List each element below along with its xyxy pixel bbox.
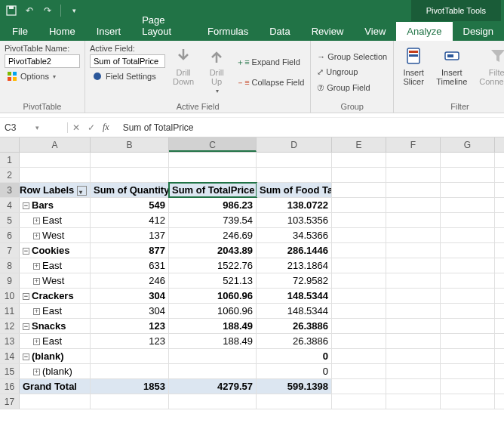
row-header[interactable]: 2 — [0, 168, 20, 182]
cell-value[interactable]: 103.5356 — [257, 213, 332, 227]
cell[interactable] — [91, 168, 169, 182]
cell-value[interactable]: 0 — [257, 364, 332, 378]
collapse-icon[interactable]: − — [23, 293, 29, 300]
drill-up-button[interactable]: Drill Up — [201, 44, 232, 100]
tab-formulas[interactable]: Formulas — [197, 22, 259, 41]
cell-value[interactable]: 138.0722 — [257, 198, 332, 212]
cell[interactable] — [332, 198, 386, 212]
cell[interactable] — [257, 168, 332, 182]
cell[interactable] — [332, 364, 386, 378]
cell[interactable] — [386, 273, 441, 288]
cell-grand-tax[interactable]: 599.1398 — [257, 379, 332, 394]
col-header-F[interactable]: F — [386, 137, 441, 152]
cell[interactable] — [332, 183, 386, 197]
row-header[interactable]: 7 — [0, 243, 20, 258]
cell-value[interactable]: 304 — [91, 304, 169, 318]
cell[interactable] — [441, 168, 495, 182]
row-header[interactable]: 3 — [0, 183, 20, 197]
cell-value[interactable] — [169, 349, 257, 363]
cell[interactable] — [441, 153, 495, 167]
col-header-C[interactable]: C — [169, 137, 257, 152]
cell[interactable] — [441, 394, 495, 409]
tab-insert[interactable]: Insert — [86, 22, 132, 41]
expand-icon[interactable]: + — [33, 218, 40, 224]
cell[interactable] — [169, 394, 257, 409]
cell[interactable] — [169, 153, 257, 167]
cell-value[interactable]: 0 — [257, 349, 332, 363]
cell[interactable] — [386, 379, 441, 394]
cell[interactable] — [386, 243, 441, 258]
cell[interactable] — [386, 198, 441, 212]
cell-label[interactable]: −Bars — [20, 198, 91, 212]
row-header[interactable]: 9 — [0, 273, 20, 288]
cell-label[interactable]: −Crackers — [20, 289, 91, 303]
group-selection-button[interactable]: → Group Selection — [315, 51, 389, 62]
filter-connections-button[interactable]: Filter Connectio — [475, 44, 504, 100]
cell[interactable] — [441, 289, 495, 303]
cell[interactable] — [386, 213, 441, 227]
row-header[interactable]: 17 — [0, 394, 20, 409]
tab-data[interactable]: Data — [259, 22, 300, 41]
cell[interactable] — [332, 289, 386, 303]
formula-input[interactable]: Sum of TotalPrice — [118, 122, 504, 133]
cell[interactable] — [91, 153, 169, 167]
cell[interactable] — [332, 379, 386, 394]
cell-grand-label[interactable]: Grand Total — [20, 379, 91, 394]
save-button[interactable] — [3, 2, 20, 19]
cell-row-labels[interactable]: Row Labels — [20, 183, 91, 197]
cell[interactable] — [386, 228, 441, 242]
cell-header-qty[interactable]: Sum of Quantity — [91, 183, 169, 197]
cell[interactable] — [441, 198, 495, 212]
tab-view[interactable]: View — [354, 22, 396, 41]
col-header-B[interactable]: B — [91, 137, 169, 152]
cell[interactable] — [332, 153, 386, 167]
row-header[interactable]: 12 — [0, 319, 20, 333]
cell[interactable] — [386, 319, 441, 333]
cell[interactable] — [441, 243, 495, 258]
col-header-D[interactable]: D — [257, 137, 332, 152]
collapse-field-button[interactable]: －≡ Collapse Field — [235, 76, 306, 89]
row-header[interactable]: 5 — [0, 213, 20, 227]
cell-value[interactable]: 188.49 — [169, 319, 257, 333]
cell-value[interactable]: 148.5344 — [257, 304, 332, 318]
expand-icon[interactable]: + — [33, 263, 40, 270]
cell[interactable] — [386, 364, 441, 378]
cell[interactable] — [386, 304, 441, 318]
cell[interactable] — [386, 168, 441, 182]
insert-timeline-button[interactable]: Insert Timeline — [432, 44, 472, 100]
collapse-icon[interactable]: − — [23, 202, 29, 209]
cell-label[interactable]: +East — [20, 304, 91, 318]
cell-header-tax[interactable]: Sum of Food Tax — [257, 183, 332, 197]
cell[interactable] — [386, 349, 441, 363]
collapse-icon[interactable]: − — [23, 323, 29, 330]
cell[interactable] — [441, 258, 495, 273]
cell[interactable] — [20, 394, 91, 409]
collapse-icon[interactable]: − — [23, 354, 29, 360]
cell-value[interactable]: 1522.76 — [169, 258, 257, 273]
cell-grand-total[interactable]: 4279.57 — [169, 379, 257, 394]
cell-value[interactable]: 304 — [91, 289, 169, 303]
cell[interactable] — [441, 304, 495, 318]
cell[interactable] — [20, 153, 91, 167]
name-box[interactable]: C3▾ — [0, 122, 68, 133]
expand-icon[interactable]: + — [33, 278, 40, 285]
ungroup-button[interactable]: ⤢ Ungroup — [315, 66, 389, 78]
cell-value[interactable] — [91, 364, 169, 378]
cell-value[interactable]: 877 — [91, 243, 169, 258]
cell[interactable] — [332, 394, 386, 409]
expand-icon[interactable]: + — [33, 233, 40, 239]
cell-label[interactable]: +East — [20, 334, 91, 348]
cell[interactable] — [441, 273, 495, 288]
cell[interactable] — [332, 228, 386, 242]
cell[interactable] — [441, 349, 495, 363]
row-header[interactable]: 8 — [0, 258, 20, 273]
customize-qat-button[interactable]: ▾ — [66, 2, 82, 19]
tab-page-layout[interactable]: Page Layout — [131, 11, 197, 41]
cell[interactable] — [257, 153, 332, 167]
tab-file[interactable]: File — [2, 22, 38, 41]
col-header-A[interactable]: A — [20, 137, 91, 152]
cell[interactable] — [257, 394, 332, 409]
cell[interactable] — [332, 334, 386, 348]
cell-value[interactable]: 1060.96 — [169, 289, 257, 303]
expand-icon[interactable]: + — [33, 369, 40, 375]
